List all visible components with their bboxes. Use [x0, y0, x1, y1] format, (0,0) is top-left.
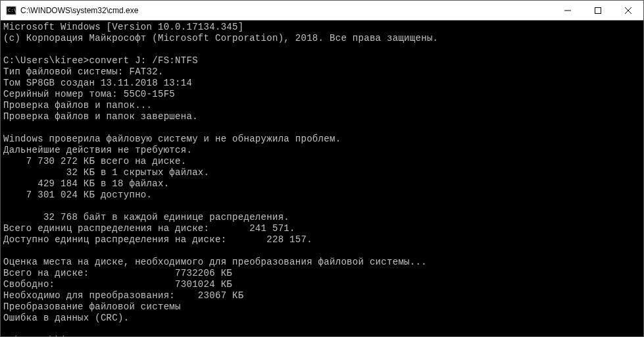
terminal-line	[3, 324, 641, 335]
terminal-line: 7 730 272 КБ всего на диске.	[3, 156, 641, 167]
terminal-line: 7 301 024 КБ доступно.	[3, 190, 641, 201]
terminal-line	[3, 246, 641, 257]
terminal-line: Доступно единиц распределения на диске: …	[3, 234, 641, 246]
maximize-button[interactable]	[583, 1, 613, 20]
terminal-line: Серийный номер тома: 55C0-15F5	[3, 89, 641, 100]
cmd-window: C:\ C:\WINDOWS\system32\cmd.exe Microsof…	[0, 0, 644, 337]
terminal-line: C:\Users\kiree>convert J: /FS:NTFS	[3, 55, 641, 66]
cmd-icon: C:\	[6, 5, 16, 16]
terminal-line: Microsoft Windows [Version 10.0.17134.34…	[3, 22, 641, 33]
svg-rect-3	[595, 7, 601, 13]
terminal-line: 429 184 КБ в 18 файлах.	[3, 178, 641, 190]
terminal-line	[3, 122, 641, 134]
window-title: C:\WINDOWS\system32\cmd.exe	[20, 6, 553, 15]
window-controls	[553, 1, 643, 20]
terminal-line	[3, 44, 641, 55]
terminal-line: Проверка файлов и папок...	[3, 100, 641, 111]
terminal-line	[3, 201, 641, 212]
terminal-line: 32 КБ в 1 скрытых файлах.	[3, 167, 641, 178]
terminal-line: 32 768 байт в каждой единице распределен…	[3, 212, 641, 223]
minimize-button[interactable]	[553, 1, 583, 20]
terminal-line: Windows проверила файловую систему и не …	[3, 134, 641, 145]
terminal-line: Проверка файлов и папок завершена.	[3, 111, 641, 122]
terminal-line: Ошибка в данных (CRC).	[3, 313, 641, 324]
terminal-line: Преобразование файловой системы	[3, 301, 641, 313]
terminal-line: Всего единиц распределения на диске: 241…	[3, 223, 641, 234]
terminal-output[interactable]: Microsoft Windows [Version 10.0.17134.34…	[1, 20, 643, 336]
close-button[interactable]	[613, 1, 643, 20]
terminal-line: Всего на диске: 7732206 КБ	[3, 268, 641, 279]
titlebar[interactable]: C:\ C:\WINDOWS\system32\cmd.exe	[1, 1, 643, 20]
terminal-line: Необходимо для преобразования: 23067 КБ	[3, 290, 641, 301]
prompt-text: C:\Users\kiree>	[3, 335, 89, 336]
terminal-line: Свободно: 7301024 КБ	[3, 279, 641, 290]
terminal-line: Дальнейшие действия не требуются.	[3, 145, 641, 156]
terminal-line: (c) Корпорация Майкрософт (Microsoft Cor…	[3, 33, 641, 44]
terminal-line: Оценка места на диске, необходимого для …	[3, 257, 641, 268]
terminal-line: Тип файловой системы: FAT32.	[3, 66, 641, 78]
svg-text:C:\: C:\	[8, 8, 16, 13]
terminal-prompt[interactable]: C:\Users\kiree>	[3, 335, 641, 336]
terminal-line: Том SP8GB создан 13.11.2018 13:14	[3, 78, 641, 89]
